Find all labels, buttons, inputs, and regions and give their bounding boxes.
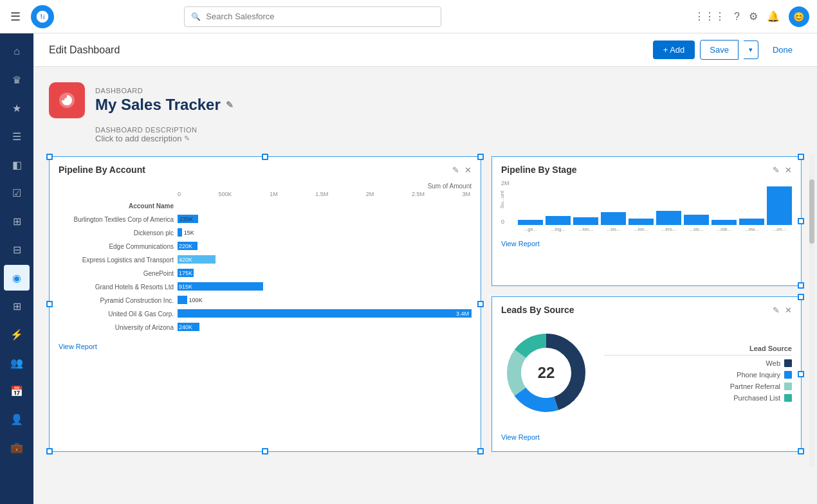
resize-handle-leads-mr[interactable] — [798, 371, 804, 377]
add-button[interactable]: + Add — [653, 40, 695, 59]
dashboard-icon — [49, 82, 85, 118]
search-input[interactable] — [206, 12, 434, 21]
resize-handle-stage-br[interactable] — [798, 282, 804, 289]
pipeline-stage-header: Pipeline By Stage ✎ ✕ — [492, 157, 801, 177]
sidebar-item-table[interactable]: ⊟ — [4, 237, 30, 262]
sidebar-item-check[interactable]: ☑ — [4, 180, 30, 206]
scrollbar-track[interactable] — [809, 154, 814, 467]
sidebar-item-page[interactable]: ◧ — [4, 152, 30, 177]
sidebar-item-star[interactable]: ★ — [4, 95, 30, 121]
legend-dot-purchased — [784, 394, 792, 402]
salesforce-logo[interactable]: sf — [31, 5, 54, 28]
legend-dot-partner — [784, 382, 792, 390]
sidebar-item-grid2[interactable]: ⊞ — [4, 293, 30, 319]
bar-row-united: United Oil & Gas Corp. 3.4M — [59, 308, 472, 320]
leads-source-edit-icon[interactable]: ✎ — [773, 305, 780, 315]
pipeline-account-actions: ✎ ✕ — [452, 165, 472, 175]
leads-source-close-icon[interactable]: ✕ — [785, 305, 792, 315]
stage-y-label: Su...unt — [499, 191, 505, 209]
leads-source-view-report[interactable]: View Report — [492, 428, 801, 446]
pipeline-stage-view-report[interactable]: View Report — [492, 235, 801, 253]
pipeline-account-edit-icon[interactable]: ✎ — [452, 165, 459, 175]
pipeline-account-close-icon[interactable]: ✕ — [464, 165, 472, 175]
sidebar-item-calendar[interactable]: 📅 — [4, 378, 30, 404]
search-icon: 🔍 — [191, 12, 201, 21]
bar-row-dickenson: Dickenson plc 15K — [59, 227, 472, 239]
dashboard-description: DASHBOARD DESCRIPTION Click to add descr… — [95, 126, 802, 143]
resize-handle-tr[interactable] — [477, 154, 484, 160]
leads-source-title: Leads By Source — [501, 305, 574, 315]
leads-source-widget: Leads By Source ✎ ✕ — [491, 296, 802, 452]
resize-handle-stage-tr[interactable] — [798, 154, 804, 160]
resize-handle-tm[interactable] — [262, 154, 268, 160]
pipeline-account-widget: Pipeline By Account ✎ ✕ Sum of Amount 0 … — [49, 156, 481, 452]
dashboard-title-row: DASHBOARD My Sales Tracker ✎ — [49, 82, 802, 118]
sidebar-item-crown[interactable]: ♛ — [4, 67, 30, 93]
pipeline-account-view-report[interactable]: View Report — [50, 338, 481, 356]
stage-bar-9 — [739, 180, 764, 225]
legend-item-phone: Phone Inquiry — [604, 371, 792, 379]
save-dropdown-button[interactable]: ▾ — [744, 40, 758, 59]
stage-bar-8 — [711, 180, 737, 225]
help-icon[interactable]: ? — [734, 11, 740, 22]
hamburger-menu[interactable]: ☰ — [8, 7, 23, 26]
sidebar-item-lightning[interactable]: ⚡ — [4, 321, 30, 347]
bar-row-burlington: Burlington Textiles Corp of America 235K — [59, 213, 472, 225]
legend-dot-web — [784, 359, 792, 367]
sidebar-item-users[interactable]: 👥 — [4, 350, 30, 375]
bar-row-pyramid: Pyramid Construction Inc. 100K — [59, 294, 472, 306]
pipeline-stage-edit-icon[interactable]: ✎ — [773, 165, 780, 175]
pipeline-stage-title: Pipeline By Stage — [501, 165, 576, 175]
pipeline-stage-actions: ✎ ✕ — [773, 165, 792, 175]
dashboard-title-edit-icon[interactable]: ✎ — [226, 100, 234, 110]
dashboard-meta-label: DASHBOARD — [95, 87, 234, 94]
user-avatar[interactable]: 😊 — [789, 6, 809, 27]
bar-row-edge: Edge Communications 220K — [59, 240, 472, 252]
notifications-icon[interactable]: 🔔 — [767, 10, 780, 22]
stage-bar-5 — [629, 180, 654, 225]
resize-handle-bm[interactable] — [262, 448, 268, 455]
left-sidebar: ⌂ ♛ ★ ☰ ◧ ☑ ⊞ ⊟ ◉ ⊞ ⚡ 👥 📅 👤 💼 — [0, 33, 33, 504]
right-column: Pipeline By Stage ✎ ✕ 2M 0 Su.. — [489, 154, 804, 455]
add-description-link[interactable]: Click to add description ✎ — [95, 134, 802, 143]
resize-handle-leads-tr[interactable] — [798, 294, 804, 300]
pipeline-stage-widget: Pipeline By Stage ✎ ✕ 2M 0 Su.. — [491, 156, 802, 286]
dashboard-title: My Sales Tracker ✎ — [95, 96, 234, 114]
edit-dashboard-bar: Edit Dashboard + Add Save ▾ Done — [33, 33, 817, 67]
sidebar-item-briefcase[interactable]: 💼 — [4, 435, 30, 460]
resize-handle-bl[interactable] — [46, 448, 53, 455]
resize-handle-br[interactable] — [477, 448, 484, 455]
leads-source-chart-area: 22 Lead Source Web Phone Inquiry — [492, 318, 801, 428]
main-layout: ⌂ ♛ ★ ☰ ◧ ☑ ⊞ ⊟ ◉ ⊞ ⚡ 👥 📅 👤 💼 Edit Dashb… — [0, 33, 817, 504]
legend-item-partner: Partner Referral — [604, 382, 792, 390]
main-content: Edit Dashboard + Add Save ▾ Done — [33, 33, 817, 504]
sidebar-item-dashboard[interactable]: ◉ — [4, 265, 30, 291]
description-label: DASHBOARD DESCRIPTION — [95, 126, 802, 134]
pipeline-account-chart: Sum of Amount 0 500K 1M 1.5M 2M 2.5M 3M — [50, 177, 481, 338]
resize-handle-mr[interactable] — [477, 301, 484, 307]
sidebar-item-home[interactable]: ⌂ — [4, 39, 30, 64]
resize-handle-tl[interactable] — [46, 154, 53, 160]
done-button[interactable]: Done — [764, 40, 802, 59]
stage-bar-6 — [656, 180, 681, 225]
pipeline-stage-chart: 2M 0 Su...unt — [492, 177, 801, 235]
save-button[interactable]: Save — [700, 40, 739, 60]
apps-icon[interactable]: ⋮⋮⋮ — [694, 10, 725, 22]
leads-source-header: Leads By Source ✎ ✕ — [492, 297, 801, 318]
donut-center-value: 22 — [538, 364, 555, 382]
settings-icon[interactable]: ⚙ — [749, 10, 758, 22]
resize-handle-ml[interactable] — [46, 301, 53, 307]
bar-header-row: Account Name — [59, 200, 472, 212]
pipeline-stage-close-icon[interactable]: ✕ — [785, 165, 792, 175]
sidebar-item-person[interactable]: 👤 — [4, 406, 30, 432]
legend-item-purchased: Purchased List — [604, 394, 792, 402]
sidebar-item-grid[interactable]: ⊞ — [4, 208, 30, 234]
stage-bars — [518, 180, 792, 225]
pipeline-account-title: Pipeline By Account — [59, 165, 145, 175]
resize-handle-leads-br[interactable] — [798, 448, 804, 455]
search-bar[interactable]: 🔍 — [184, 6, 441, 27]
scrollbar-thumb[interactable] — [809, 179, 814, 244]
sidebar-item-list[interactable]: ☰ — [4, 123, 30, 149]
chart-axis-label: Sum of Amount — [428, 183, 472, 190]
svg-point-3 — [64, 98, 69, 103]
